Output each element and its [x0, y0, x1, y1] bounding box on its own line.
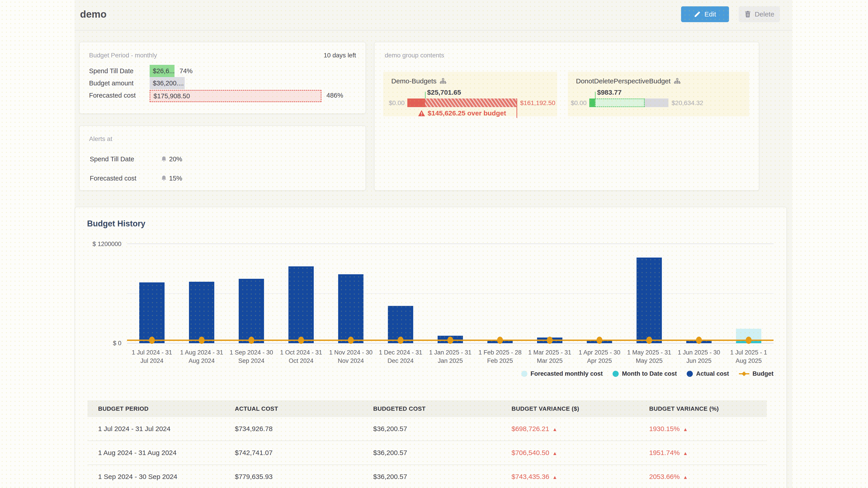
variance-up-icon: ▲: [683, 475, 688, 480]
legend-item[interactable]: Month to Date cost: [613, 370, 677, 377]
x-tick-line1: 1 May 2025 - 31: [624, 348, 674, 357]
budget-progress-bar: [407, 98, 517, 107]
alert-threshold: 20%: [161, 156, 182, 163]
budget-marker-value: $983.77: [597, 89, 622, 96]
budget-point[interactable]: [398, 337, 403, 344]
x-tick-label: 1 Jul 2025 - 1Aug 2025: [724, 348, 774, 365]
legend-marker-actual-cost: [687, 371, 693, 377]
perspective-icon: [674, 78, 681, 84]
x-tick-line2: Aug 2025: [724, 357, 774, 365]
actual-cost-bar[interactable]: [189, 282, 214, 343]
bar-segment-solid-green: [589, 98, 595, 107]
legend-item[interactable]: Forecasted monthly cost: [521, 370, 603, 377]
budget-point[interactable]: [497, 337, 503, 344]
legend-marker-month-to-date-cost: [613, 371, 619, 377]
legend-item[interactable]: Actual cost: [687, 370, 729, 377]
budget-point[interactable]: [348, 337, 354, 344]
chart-legend: Forecasted monthly costMonth to Date cos…: [521, 370, 774, 377]
table-cell: 1 Aug 2024 - 31 Aug 2024: [88, 449, 224, 457]
budget-point[interactable]: [298, 337, 304, 344]
bar-max-label: $161,192.50: [520, 99, 555, 107]
bell-icon: [161, 156, 167, 162]
budget-point[interactable]: [149, 337, 155, 344]
y-axis-label-zero: $ 0: [75, 340, 121, 347]
actual-cost-bar[interactable]: [288, 266, 314, 343]
table-row: 1 Jul 2024 - 31 Jul 2024$734,926.78$36,2…: [88, 417, 767, 441]
over-budget-text: $145,626.25 over budget: [428, 109, 506, 117]
table-header-cell: BUDGET VARIANCE ($): [501, 405, 639, 412]
x-tick-line1: 1 Mar 2025 - 31: [525, 348, 575, 357]
table-header-cell: BUDGET VARIANCE (%): [639, 405, 767, 412]
actual-cost-bar[interactable]: [637, 258, 662, 343]
x-tick-label: 1 Oct 2024 - 31Oct 2024: [276, 348, 326, 365]
budget-period-value-chip: $36,200....: [150, 77, 185, 89]
x-tick-label: 1 Jul 2024 - 31Jul 2024: [127, 348, 177, 365]
chart-slot: [674, 235, 724, 343]
budget-point[interactable]: [447, 337, 453, 344]
edit-button-label: Edit: [704, 10, 716, 18]
x-tick-line1: 1 Aug 2024 - 31: [177, 348, 226, 357]
x-tick-line1: 1 Apr 2025 - 30: [575, 348, 624, 357]
chart-slot: [575, 235, 624, 343]
x-tick-line2: Apr 2025: [575, 357, 624, 365]
legend-marker-budget: [739, 371, 749, 377]
x-tick-line2: Jun 2025: [674, 357, 724, 365]
budget-point[interactable]: [248, 337, 254, 344]
table-cell: $742,741.07: [224, 449, 363, 457]
budget-tile-name[interactable]: DonotDeletePerspectiveBudget: [576, 77, 681, 85]
budget-period-row: Budget amount$36,200....: [89, 77, 356, 89]
budget-period-row-label: Budget amount: [89, 79, 150, 87]
alert-row-label: Forecasted cost: [90, 175, 161, 182]
table-cell: 2053.66%▲: [639, 473, 767, 481]
table-cell: $36,200.57: [363, 473, 501, 481]
delete-button[interactable]: Delete: [739, 6, 780, 22]
budget-period-value-chip: $26,6...: [150, 65, 175, 77]
edit-button[interactable]: Edit: [681, 6, 729, 22]
bar-max-label: $20,634.32: [672, 99, 703, 107]
x-tick-label: 1 Apr 2025 - 30Apr 2025: [575, 348, 624, 365]
table-body: 1 Jul 2024 - 31 Jul 2024$734,926.78$36,2…: [88, 417, 767, 488]
alert-threshold: 15%: [161, 175, 182, 182]
legend-marker-forecasted-monthly-cost: [521, 371, 527, 377]
budget-tile-name[interactable]: Demo-Budgets: [391, 77, 446, 85]
budget-point[interactable]: [696, 337, 702, 344]
budget-tile[interactable]: DonotDeletePerspectiveBudget$983.77$0.00…: [568, 72, 749, 116]
table-cell: $698,726.21▲: [501, 425, 639, 433]
group-contents-card: demo group contents Demo-Budgets$25,701.…: [374, 42, 759, 191]
budget-history-table: BUDGET PERIODACTUAL COSTBUDGETED COSTBUD…: [88, 400, 767, 488]
x-tick-label: 1 Aug 2024 - 31Aug 2024: [177, 348, 226, 365]
budget-history-title: Budget History: [87, 219, 145, 228]
budget-marker-value: $25,701.65: [427, 89, 461, 96]
alert-row: Spend Till Date20%: [90, 150, 355, 169]
budget-point[interactable]: [746, 337, 752, 344]
actual-cost-bar[interactable]: [239, 279, 264, 343]
bar-min-label: $0.00: [571, 99, 587, 107]
budget-point[interactable]: [547, 337, 553, 344]
variance-up-icon: ▲: [683, 427, 688, 432]
x-tick-line2: Aug 2024: [177, 357, 226, 365]
table-cell: $734,926.78: [224, 425, 363, 433]
x-tick-line2: Oct 2024: [276, 357, 326, 365]
legend-item[interactable]: Budget: [739, 370, 774, 377]
chart-slot: [624, 235, 674, 343]
budget-point[interactable]: [596, 337, 602, 344]
budget-period-percent: 486%: [327, 92, 343, 99]
x-axis-labels: 1 Jul 2024 - 31Jul 20241 Aug 2024 - 31Au…: [127, 348, 774, 365]
x-tick-line2: Nov 2024: [326, 357, 376, 365]
budget-period-row-label: Forecasted cost: [89, 92, 150, 99]
actual-cost-bar[interactable]: [338, 274, 364, 343]
x-tick-label: 1 Sep 2024 - 30Sep 2024: [226, 348, 276, 365]
chart-slot: [276, 235, 326, 343]
chart-slot: [426, 235, 475, 343]
budget-point[interactable]: [646, 337, 652, 344]
over-budget-label: $145,626.25 over budget: [407, 109, 517, 117]
days-left: 10 days left: [324, 52, 356, 59]
budget-point[interactable]: [199, 337, 205, 344]
budget-tile[interactable]: Demo-Budgets$25,701.65$0.00$161,192.50$1…: [383, 72, 557, 116]
alerts-card: Alerts at Spend Till Date20%Forecasted c…: [79, 125, 366, 191]
variance-up-icon: ▲: [683, 451, 688, 456]
x-tick-line1: 1 Nov 2024 - 30: [326, 348, 376, 357]
actual-cost-bar[interactable]: [139, 283, 164, 343]
alert-threshold-value: 20%: [169, 156, 182, 163]
bar-segment-gray: [645, 98, 669, 107]
